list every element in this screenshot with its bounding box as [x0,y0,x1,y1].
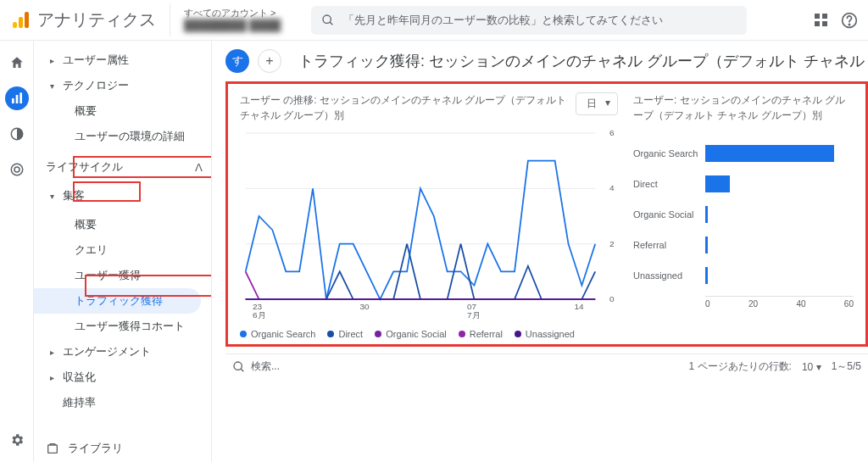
nav-retention[interactable]: 維持率 [34,390,211,415]
nav-engagement[interactable]: ▸エンゲージメント [34,339,211,365]
rail-advertising-icon[interactable] [5,158,29,181]
legend-item[interactable]: Direct [327,329,363,339]
rail-explore-icon[interactable] [5,122,29,146]
line-chart: 0246236月30077月14 [240,128,618,323]
bar-row: Referral [633,230,854,260]
svg-rect-2 [25,12,29,28]
nav-acq-user[interactable]: ユーザー獲得 [34,263,211,288]
bar-row: Direct [633,169,854,199]
svg-point-28 [234,362,242,370]
legend-item[interactable]: Organic Search [240,329,315,339]
rail-home-icon[interactable] [5,51,29,75]
line-chart-legend: Organic SearchDirectOrganic SocialReferr… [240,329,618,339]
apps-icon[interactable] [815,14,827,26]
svg-text:0: 0 [609,295,615,303]
bar-chart-title: ユーザー: セッションのメインのチャネル グループ（デフォルト チャネル グルー… [633,92,854,123]
add-segment-button[interactable]: + [258,49,281,73]
product-name: アナリティクス [37,8,156,31]
rail-reports-icon[interactable] [5,86,29,110]
svg-text:6: 6 [609,129,615,137]
svg-rect-1 [19,17,23,28]
page-title: トラフィック獲得: セッションのメインのチャネル グループ（デフォルト チャネル [298,51,865,71]
svg-point-6 [849,24,849,25]
svg-line-29 [241,369,243,371]
bar-chart-axis: 0204060 [705,296,854,309]
table-search[interactable]: 検索... [232,359,681,374]
nav-technology[interactable]: ▾テクノロジー [34,73,211,98]
legend-item[interactable]: Unassigned [515,329,575,339]
rows-per-page-label: 1 ページあたりの行数: [689,359,792,374]
nav-acq-traffic[interactable]: トラフィック獲得 [34,288,201,314]
svg-text:07: 07 [467,303,476,311]
legend-item[interactable]: Referral [459,329,503,339]
nav-acquisition[interactable]: ▾集客 [34,183,211,209]
nav-user-attributes[interactable]: ▸ユーザー属性 [34,47,211,73]
svg-point-11 [11,164,23,175]
svg-line-4 [330,22,332,25]
search-icon [321,14,335,27]
svg-point-12 [14,167,19,172]
nav-acq-cohort[interactable]: ユーザー獲得コホート [34,314,211,339]
rail-admin-icon[interactable] [5,428,29,452]
account-selector[interactable]: すべてのアカウント > ████████ ████ [170,3,294,36]
nav-library[interactable]: ライブラリ [34,436,211,461]
nav-acq-overview[interactable]: 概要 [34,212,211,237]
page-range: 1～5/5 [832,359,861,374]
analytics-logo-icon [10,10,31,31]
nav-monetization[interactable]: ▸収益化 [34,365,211,390]
line-chart-title: ユーザー の推移: セッションのメインのチャネル グループ（デフォルト チャネル… [240,92,567,123]
svg-rect-9 [19,92,22,103]
segment-bubble[interactable]: す [225,49,249,73]
highlighted-panel: ユーザー の推移: セッションのメインのチャネル グループ（デフォルト チャネル… [225,81,868,347]
bar-chart: Organic SearchDirectOrganic SocialReferr… [633,138,854,291]
legend-item[interactable]: Organic Social [375,329,447,339]
nav-tech-overview[interactable]: 概要 [34,98,211,124]
help-icon[interactable] [841,12,858,29]
svg-rect-13 [48,445,58,453]
bar-row: Unassigned [633,260,854,291]
side-nav: ▸ユーザー属性 ▾テクノロジー 概要 ユーザーの環境の詳細 ライフサイクルᐱ ▾… [34,41,212,462]
svg-rect-7 [12,98,14,103]
svg-text:4: 4 [609,184,615,192]
nav-tech-detail[interactable]: ユーザーの環境の詳細 [34,124,211,149]
granularity-select[interactable]: 日 [576,92,618,115]
svg-rect-0 [13,22,17,28]
library-icon [46,442,59,455]
svg-text:6月: 6月 [253,311,266,320]
svg-text:14: 14 [574,303,584,311]
svg-point-3 [323,15,331,23]
svg-text:30: 30 [359,303,369,311]
nav-lifecycle[interactable]: ライフサイクルᐱ [34,154,211,180]
left-rail [0,41,34,462]
main-area: す + トラフィック獲得: セッションのメインのチャネル グループ（デフォルト … [212,41,868,462]
bar-row: Organic Search [633,138,854,169]
bar-row: Organic Social [633,199,854,230]
svg-text:2: 2 [609,239,615,248]
rows-per-page-select[interactable]: 10 ▾ [802,361,821,373]
table-controls: 検索... 1 ページあたりの行数: 10 ▾ 1～5/5 [225,353,868,379]
nav-acq-query[interactable]: クエリ [34,237,211,263]
search-input[interactable]: 「先月と昨年同月のユーザー数の比較」と検索してみてください [311,6,747,35]
search-icon [232,360,246,374]
svg-text:23: 23 [253,303,262,311]
svg-rect-8 [15,95,18,103]
svg-text:7月: 7月 [467,311,481,320]
